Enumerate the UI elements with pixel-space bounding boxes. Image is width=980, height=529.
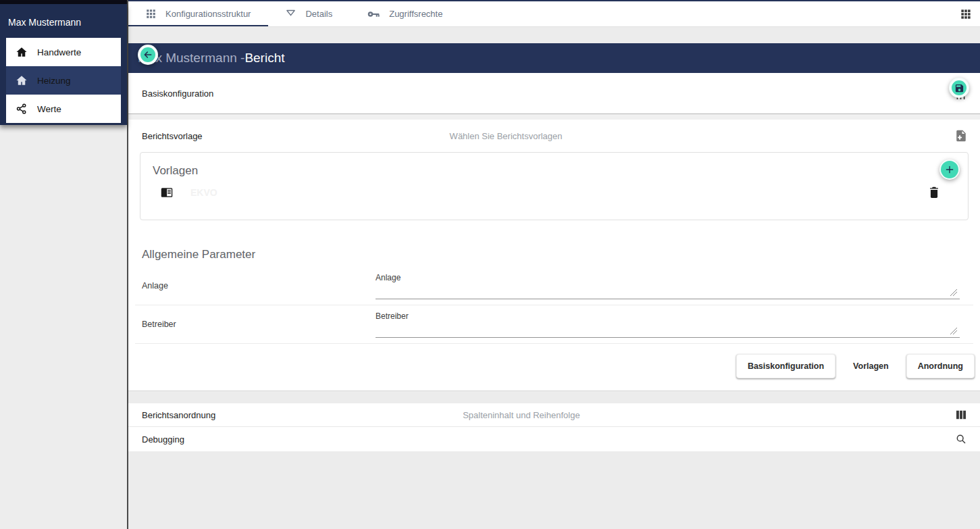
save-button[interactable]: [949, 78, 969, 98]
note-add-icon[interactable]: [956, 130, 966, 142]
row-label: Basiskonfiguration: [142, 89, 213, 99]
template-row[interactable]: EKVO: [140, 186, 968, 198]
param-row-anlage: Anlage Anlage: [128, 267, 980, 305]
reader-icon: [161, 187, 173, 198]
sidebar-item-label: Handwerte: [37, 47, 81, 57]
field-floating-label: Anlage: [376, 273, 957, 282]
template-name: EKVO: [190, 187, 217, 198]
row-hint: Wählen Sie Berichtsvorlagen: [450, 131, 563, 141]
filter-icon: [286, 9, 296, 19]
page-title-emphasis: Bericht: [244, 51, 284, 66]
sidebar-menu: Handwerte Heizung Werte: [0, 38, 127, 123]
arrow-left-icon: [143, 49, 153, 60]
row-debugging[interactable]: Debugging: [128, 427, 980, 451]
add-template-button[interactable]: [939, 159, 960, 180]
row-berichtsanordnung[interactable]: Berichtsanordnung Spalteninhalt und Reih…: [128, 403, 980, 426]
tab-zugriffsrechte[interactable]: Zugriffsrechte: [350, 1, 460, 26]
sidebar: Max Mustermann Handwerte Heizung: [0, 0, 128, 529]
anordnung-button[interactable]: Anordnung: [906, 354, 975, 378]
section-gap: [128, 391, 980, 403]
allgemeine-parameter-heading: Allgemeine Parameter: [128, 220, 980, 267]
page-header: Max Mustermann - Bericht: [128, 43, 980, 73]
vorlagen-title: Vorlagen: [140, 153, 968, 178]
row-berichtsvorlage[interactable]: Berichtsvorlage Wählen Sie Berichtsvorla…: [128, 120, 980, 152]
anlage-input[interactable]: [376, 284, 960, 299]
trash-icon[interactable]: [929, 186, 939, 198]
vorlagen-button[interactable]: Vorlagen: [842, 355, 900, 378]
param-label: Betreiber: [142, 320, 376, 329]
apps-grid-icon[interactable]: [960, 1, 971, 26]
key-icon: [367, 9, 380, 19]
param-label: Anlage: [142, 281, 376, 291]
sidebar-item-label: Werte: [37, 104, 61, 114]
view-column-icon[interactable]: [956, 410, 966, 420]
row-label: Debugging: [142, 434, 184, 445]
row-hint: Spalteninhalt und Reihenfolge: [463, 410, 579, 420]
tab-label: Konfigurationsstruktur: [165, 9, 251, 19]
sidebar-item-werte[interactable]: Werte: [6, 95, 121, 123]
resize-grip-icon[interactable]: [950, 286, 957, 299]
section-separator: [128, 114, 980, 120]
home-icon: [16, 74, 28, 86]
save-icon: [954, 83, 964, 93]
sidebar-item-handwerte[interactable]: Handwerte: [6, 38, 121, 66]
home-icon: [16, 46, 28, 58]
app-root: Max Mustermann Handwerte Heizung: [0, 0, 980, 529]
sidebar-panel: Max Mustermann Handwerte Heizung: [0, 4, 127, 125]
tab-label: Zugriffsrechte: [389, 9, 442, 19]
tab-konfigurationsstruktur[interactable]: Konfigurationsstruktur: [128, 1, 268, 26]
row-basiskonfiguration[interactable]: Basiskonfiguration: [128, 73, 980, 114]
param-row-betreiber: Betreiber Betreiber: [128, 305, 980, 343]
actions-row: Basiskonfiguration Vorlagen Anordnung: [128, 344, 980, 391]
vorlagen-card: Vorlagen: [140, 152, 969, 220]
plus-icon: [944, 164, 955, 175]
share-icon: [16, 103, 28, 115]
content-area: Konfigurationsstruktur Details Zugrif: [128, 0, 980, 529]
tab-bar: Konfigurationsstruktur Details Zugrif: [128, 0, 980, 27]
betreiber-input[interactable]: [376, 322, 960, 338]
param-field: Betreiber: [376, 311, 966, 338]
back-button[interactable]: [138, 45, 158, 65]
grid-icon: [146, 9, 156, 19]
sidebar-title: Max Mustermann: [0, 4, 127, 38]
tab-details[interactable]: Details: [268, 1, 350, 26]
basiskonfiguration-button[interactable]: Basiskonfiguration: [736, 354, 835, 378]
row-label: Berichtsvorlage: [142, 131, 203, 141]
sidebar-item-heizung[interactable]: Heizung: [6, 66, 121, 95]
config-sheet: Max Mustermann - Bericht Basiskonfigurat…: [128, 43, 980, 451]
sidebar-item-label: Heizung: [37, 76, 71, 86]
row-label: Berichtsanordnung: [142, 410, 215, 420]
resize-grip-icon[interactable]: [950, 325, 957, 337]
search-icon[interactable]: [956, 434, 966, 445]
tab-label: Details: [305, 9, 332, 19]
field-floating-label: Betreiber: [376, 311, 957, 321]
param-field: Anlage: [376, 273, 966, 299]
